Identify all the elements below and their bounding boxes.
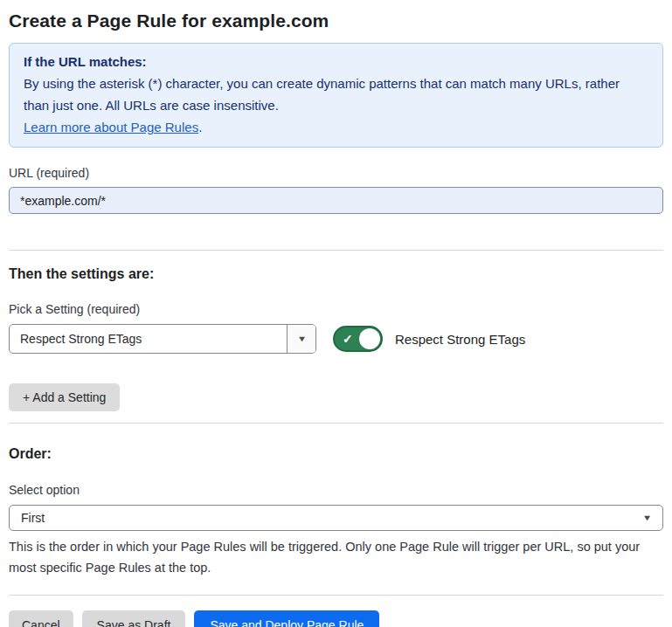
save-and-deploy-button[interactable]: Save and Deploy Page Rule	[194, 610, 379, 627]
chevron-down-icon: ▼	[642, 513, 653, 522]
footer-buttons: Cancel Save as Draft Save and Deploy Pag…	[9, 610, 663, 627]
url-input[interactable]	[9, 187, 663, 214]
add-setting-button[interactable]: + Add a Setting	[9, 383, 120, 411]
url-field-label: URL (required)	[9, 166, 663, 180]
info-box-heading: If the URL matches:	[24, 51, 648, 72]
setting-select[interactable]: Respect Strong ETags ▼	[9, 324, 316, 354]
page-title: Create a Page Rule for example.com	[9, 10, 663, 31]
toggle-label: Respect Strong ETags	[395, 332, 525, 347]
order-select-label: Select option	[9, 483, 663, 497]
setting-row: Respect Strong ETags ▼ ✓ Respect Strong …	[9, 324, 663, 354]
setting-select-arrow-button[interactable]: ▼	[287, 325, 315, 353]
divider	[9, 423, 663, 424]
divider	[9, 250, 663, 251]
order-help-text: This is the order in which your Page Rul…	[9, 536, 663, 578]
pick-setting-label: Pick a Setting (required)	[9, 302, 663, 316]
save-as-draft-button[interactable]: Save as Draft	[82, 610, 186, 627]
divider	[9, 595, 663, 596]
order-select-value: First	[21, 511, 45, 525]
info-box-link-line: Learn more about Page Rules.	[24, 116, 648, 138]
order-select[interactable]: First ▼	[9, 505, 663, 531]
url-matches-info-box: If the URL matches: By using the asteris…	[9, 43, 663, 148]
order-section-heading: Order:	[9, 446, 663, 462]
chevron-down-icon: ▼	[296, 334, 307, 343]
cancel-button[interactable]: Cancel	[9, 610, 73, 627]
respect-strong-etags-toggle[interactable]: ✓	[333, 326, 383, 352]
settings-section-heading: Then the settings are:	[9, 266, 663, 282]
check-icon: ✓	[343, 332, 353, 346]
info-box-body: By using the asterisk (*) character, you…	[24, 72, 648, 116]
link-period: .	[198, 120, 202, 134]
setting-select-value: Respect Strong ETags	[10, 325, 287, 353]
learn-more-link[interactable]: Learn more about Page Rules	[24, 120, 198, 134]
toggle-knob	[359, 328, 380, 349]
